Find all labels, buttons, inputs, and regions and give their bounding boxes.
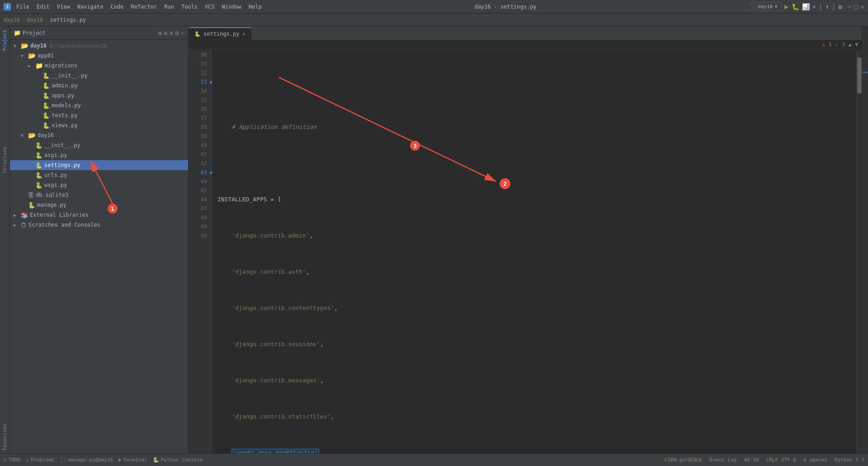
inspection-down-icon[interactable]: ▼ (855, 42, 858, 48)
vertical-scrollbar[interactable] (856, 50, 862, 453)
python-version[interactable]: Python 3.7 (835, 457, 864, 463)
tree-item-urls[interactable]: 🐍 urls.py (10, 170, 188, 180)
line-num-40: 40 (189, 141, 212, 150)
commit-button[interactable]: ↑ (825, 3, 829, 10)
tree-item-admin[interactable]: 🐍 admin.py (10, 81, 188, 90)
run-config-selector[interactable]: ⬛ day16 ▼ (745, 2, 782, 11)
tree-item-asgi[interactable]: 🐍 asgi.py (10, 150, 188, 160)
warning-icon: ⚠ (26, 457, 29, 463)
code-line-39: 'django.contrib.staticfiles', (217, 412, 856, 421)
scrollbar-thumb[interactable] (857, 57, 862, 94)
tree-item-settings[interactable]: 🐍 settings.py (10, 160, 188, 170)
tree-item-views[interactable]: 🐍 views.py (10, 120, 188, 130)
app-logo: J (4, 3, 11, 10)
minimize-button[interactable]: ─ (848, 3, 851, 10)
run-coverage-button[interactable]: 📊 (802, 3, 810, 10)
menu-help[interactable]: Help (245, 3, 265, 11)
terminal-button[interactable]: ⬛ manage.py@day16 (60, 457, 113, 463)
py-file-icon: 🐍 (42, 122, 50, 129)
debug-button[interactable]: 🐛 (792, 3, 799, 10)
line-num-46: 46 (189, 195, 212, 204)
tree-item-models[interactable]: 🐍 models.py (10, 100, 188, 110)
tree-item-day16-root[interactable]: ▼ 📂 day16 D:\pythondata\day16 (10, 41, 188, 51)
sort-icon[interactable]: ≋ (170, 29, 173, 37)
breadcrumb-day16[interactable]: day16 (27, 17, 43, 23)
problems-label: Problems (31, 457, 55, 463)
tree-item-day16-inner[interactable]: ▼ 📂 day16 (10, 130, 188, 140)
todo-button[interactable]: ☑ TODO (4, 457, 20, 463)
menu-navigate[interactable]: Navigate (74, 3, 107, 11)
menu-window[interactable]: Window (218, 3, 245, 11)
project-panel-title: Project (23, 30, 156, 36)
py-file-icon: 🐍 (42, 112, 50, 119)
settings-icon[interactable]: ⚙ (175, 29, 179, 37)
settings-tab[interactable]: 🐍 settings.py ✕ (189, 27, 251, 40)
breadcrumb-settings[interactable]: settings.py (50, 17, 86, 23)
tree-item-init-day16[interactable]: 🐍 __init__.py (10, 140, 188, 150)
menu-file[interactable]: File (13, 3, 33, 11)
csdn-label[interactable]: CSDN @小雨淋水 (665, 456, 703, 463)
tree-label: db.sqlite3 (36, 192, 68, 198)
collapse-all-icon[interactable]: ≡ (164, 29, 167, 37)
project-panel: 📁 Project ⊕ ≡ ≋ ⚙ ─ ▼ 📂 day16 D:\pythond… (10, 26, 189, 453)
locate-icon[interactable]: ⊕ (158, 29, 162, 37)
menu-vcs[interactable]: VCS (201, 3, 218, 11)
code-content[interactable]: # Application definition INSTALLED_APPS … (212, 50, 856, 453)
py-file-icon: 🐍 (42, 72, 50, 79)
favorites-panel-toggle[interactable]: Favorites (0, 421, 9, 453)
terminal-manage-label: manage.py@day16 (68, 457, 113, 463)
menu-edit[interactable]: Edit (33, 3, 53, 11)
project-panel-toggle[interactable]: Project (0, 27, 9, 53)
tree-item-apps[interactable]: 🐍 apps.py (10, 90, 188, 100)
folder-icon: 📁 (35, 62, 43, 69)
close-button[interactable]: ✕ (861, 3, 864, 10)
settings-button[interactable]: ⚙ (838, 3, 842, 10)
tree-item-app01[interactable]: ▼ 📂 app01 (10, 51, 188, 61)
hide-panel-icon[interactable]: ─ (181, 29, 184, 37)
tree-item-tests[interactable]: 🐍 tests.py (10, 110, 188, 120)
tree-item-migrations[interactable]: ▶ 📁 migrations (10, 61, 188, 71)
arrow-down-icon: ▼ (21, 133, 26, 138)
menu-run[interactable]: Run (160, 3, 178, 11)
tree-label: settings.py (44, 162, 80, 168)
tree-label: admin.py (52, 82, 78, 89)
tab-close-icon[interactable]: ✕ (242, 31, 245, 37)
indent-spaces[interactable]: 4 spaces (803, 457, 827, 463)
tree-item-db-sqlite3[interactable]: 🗄 db.sqlite3 (10, 190, 188, 200)
menu-tools[interactable]: Tools (178, 3, 201, 11)
python-console-button[interactable]: 🐍 Python Console (153, 457, 203, 463)
line-num-39: 39 (189, 132, 212, 141)
menu-view[interactable]: View (53, 3, 74, 11)
tree-label: views.py (52, 122, 78, 128)
external-lib-icon: 📚 (21, 212, 28, 219)
tree-item-scratches[interactable]: ▶ 🗒 Scratches and Consoles (10, 220, 188, 230)
tree-item-wsgi[interactable]: 🐍 wsgi.py (10, 180, 188, 190)
terminal-btn[interactable]: ▶ Terminal (118, 457, 147, 463)
event-log-label[interactable]: Event Log (710, 457, 737, 463)
tree-label: asgi.py (44, 152, 67, 158)
menu-code[interactable]: Code (107, 3, 127, 11)
maximize-button[interactable]: □ (854, 3, 858, 10)
profile-button[interactable]: ⚡ (812, 3, 816, 10)
arrow-down-icon: ▼ (21, 53, 26, 58)
line-num-49: 49 (189, 222, 212, 231)
line-ending: CRLF UTF-8 (766, 457, 796, 463)
inspection-up-icon[interactable]: ▲ (849, 42, 852, 48)
problems-button[interactable]: ⚠ Problems (26, 457, 55, 463)
tree-item-init-app01[interactable]: 🐍 __init__.py (10, 71, 188, 81)
warning-triangle-icon: ⚠ (822, 42, 825, 48)
minimap-indicator (862, 71, 868, 73)
line-num-44: 44 (189, 177, 212, 186)
line-num-30: 30 (189, 50, 212, 59)
tree-item-manage[interactable]: 🐍 manage.py (10, 200, 188, 210)
menu-refactor[interactable]: Refactor (127, 3, 160, 11)
breadcrumb-day16-root[interactable]: day16 (4, 17, 20, 23)
status-right: CSDN @小雨淋水 Event Log 40:28 CRLF UTF-8 4 … (665, 456, 864, 463)
structure-panel-toggle[interactable]: Structure (0, 144, 9, 176)
folder-open-icon: 📂 (21, 42, 28, 49)
py-file-icon: 🐍 (28, 202, 35, 209)
tree-item-external-libs[interactable]: ▶ 📚 External Libraries (10, 210, 188, 220)
menu-bar: File Edit View Navigate Code Refactor Ru… (13, 3, 265, 11)
tree-label: manage.py (37, 202, 66, 208)
run-button[interactable]: ▶ (784, 2, 789, 11)
